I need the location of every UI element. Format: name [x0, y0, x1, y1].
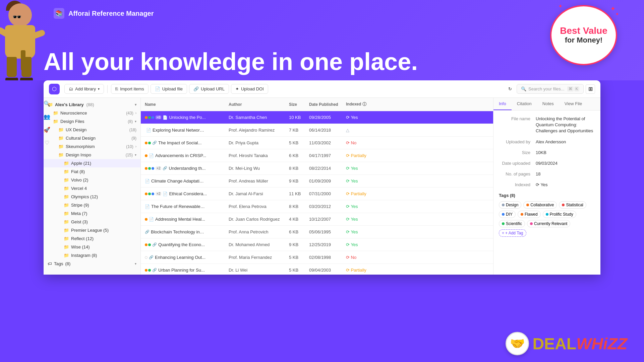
indexed-text: ⟳ Yes	[346, 242, 383, 247]
author-text: Prof. Alejandro Ramirez	[229, 128, 289, 133]
folder-icon: 📁	[64, 211, 69, 216]
sidebar-item-reflect[interactable]: 📁 Reflect (12)	[44, 234, 140, 243]
author-text: Dr. Juan Carlos Rodriguez	[229, 217, 289, 222]
keyboard-shortcut: ⌘ K	[567, 86, 579, 91]
layout-toggle-button[interactable]: ⊞	[586, 84, 595, 94]
tag-prolific-study[interactable]: Prolific Study	[543, 211, 576, 218]
upload-url-button[interactable]: 🔗 Upload URL	[189, 84, 229, 94]
sidebar-item-ux-design[interactable]: 📁 UX Design (18)	[44, 126, 140, 134]
right-panel-tabs: Info Citation Notes View File	[493, 98, 600, 111]
upload-file-button[interactable]: 📄 Upload file	[151, 84, 187, 94]
dot-green	[148, 269, 151, 272]
info-row-filename: File name Unlocking the Potential of Qua…	[499, 116, 595, 134]
file-list-header: Name Author Size Date Published Indexed …	[141, 98, 493, 111]
dot-orange	[145, 116, 148, 119]
sidebar-item-wise[interactable]: 📁 Wise (14)	[44, 243, 140, 251]
add-tag-button[interactable]: + + Add Tag	[499, 229, 526, 237]
folder-icon: 📁	[64, 228, 69, 233]
tag-currently-relevant[interactable]: Currently Relevant	[527, 220, 570, 227]
tag-color-dot	[521, 213, 523, 216]
sidebar-item-instagram[interactable]: 📁 Instagram (8)	[44, 251, 140, 260]
size-text: 7 KB	[289, 128, 309, 133]
table-row[interactable]: 🔗 Blockchain Technology in S... Prof. An…	[141, 226, 493, 238]
table-row[interactable]: 📄 Addressing Mental Heal... Dr. Juan Car…	[141, 213, 493, 226]
author-text: Dr. Mohamed Ahmed	[229, 242, 289, 247]
file-title: Exploring Neural Network A...	[153, 128, 206, 133]
sidebar-item-apple[interactable]: 📁 Apple (21)	[44, 159, 140, 167]
sidebar-item-olympics[interactable]: 📁 Olympics (12)	[44, 193, 140, 201]
sidebar-item-design-inspo[interactable]: 📁 Design Inspo (15) ▾	[44, 151, 140, 159]
tag-scientific[interactable]: Scientific	[499, 220, 525, 227]
sidebar-item-meta[interactable]: 📁 Meta (7)	[44, 209, 140, 218]
table-row[interactable]: 📄 Advancements in CRISP... Prof. Hiroshi…	[141, 149, 493, 162]
tag-design[interactable]: Design	[499, 201, 521, 209]
sidebar-item-geist[interactable]: 📁 Geist (3)	[44, 218, 140, 226]
table-row[interactable]: 🔗 Enhancing Learning Out... Prof. Maria …	[141, 251, 493, 264]
sidebar-icon-search[interactable]: 🔍	[44, 100, 50, 107]
dot-orange	[145, 193, 148, 195]
item-label: Instagram (8)	[71, 253, 97, 258]
tab-info[interactable]: Info	[493, 98, 512, 110]
sidebar-item-premier-league[interactable]: 📁 Premier League (5)	[44, 226, 140, 234]
layout-icon: ⊞	[588, 86, 593, 92]
upload-doi-button[interactable]: ✦ Upload DOI	[231, 84, 268, 94]
table-row[interactable]: 📄 Climate Change Adaptation... Prof. And…	[141, 175, 493, 188]
size-text: 11 KB	[289, 191, 309, 196]
table-row[interactable]: 📄 The Future of Renewable E... Prof. Ele…	[141, 200, 493, 213]
sidebar-item-design-files[interactable]: 📁 Design Files (8) ▾	[44, 117, 140, 126]
sidebar-item-neuroscience[interactable]: 📁 Neuroscience (43) ›	[44, 109, 140, 117]
library-header[interactable]: 📁 Alex's Library (88) ▾	[44, 100, 140, 109]
file-title: Climate Change Adaptation...	[151, 178, 205, 184]
add-library-label: Add library	[75, 86, 96, 91]
link-icon: 🔗	[152, 141, 157, 145]
sidebar-tags[interactable]: 🏷 Tags (8) ▾	[44, 260, 140, 268]
tag-statistical[interactable]: Statistical	[559, 201, 586, 209]
sidebar-item-vercel[interactable]: 📁 Vercel 4	[44, 184, 140, 193]
app-name: Afforai Reference Manager	[68, 10, 154, 17]
handshake-icon: 🤝	[506, 332, 529, 355]
table-row[interactable]: +2 📄 Ethical Considera... Dr. Jamal Al-F…	[141, 188, 493, 200]
size-label: Size	[499, 150, 536, 156]
item-label: Fiat (8)	[71, 169, 85, 174]
tag-flawed[interactable]: Flawed	[518, 211, 541, 218]
library-name: Alex's Library	[55, 102, 83, 107]
sidebar-item-skeumorphism[interactable]: 📁 Skeumorphism (10) ›	[44, 142, 140, 151]
search-box[interactable]: 🔍 Search your files... ⌘ K	[517, 84, 584, 94]
tab-notes[interactable]: Notes	[537, 98, 559, 110]
tag-color-dot	[502, 222, 505, 225]
cmd-key: ⌘	[567, 86, 574, 91]
table-row[interactable]: 🔗 Urban Planning for Su... Dr. Li Wei 5 …	[141, 264, 493, 275]
size-text: 5 KB	[289, 140, 309, 145]
tab-view-file[interactable]: View File	[559, 98, 588, 110]
sidebar-item-stripe[interactable]: 📁 Stripe (9)	[44, 201, 140, 209]
table-row[interactable]: +8 📄 Unlocking the Po... Dr. Samantha Ch…	[141, 111, 493, 124]
deal-word: DEAL	[532, 335, 576, 353]
tab-citation[interactable]: Citation	[512, 98, 537, 110]
tag-diy[interactable]: DIY	[499, 211, 516, 218]
tag-label: Statistical	[566, 203, 583, 207]
table-row[interactable]: 📄 Exploring Neural Network A... Prof. Al…	[141, 124, 493, 137]
add-tag-label: + Add Tag	[505, 231, 523, 235]
upload-doi-label: Upload DOI	[241, 86, 264, 91]
file-title: Understanding th...	[169, 166, 206, 171]
folder-icon: 📁	[58, 144, 64, 149]
import-items-button[interactable]: ⎘ Import items	[111, 84, 149, 94]
item-count: (10)	[126, 144, 133, 149]
chevron-down-icon: ▾	[135, 262, 136, 266]
sidebar-item-volvo[interactable]: 📁 Volvo (2)	[44, 176, 140, 184]
table-row[interactable]: 🔗 Quantifying the Econo... Dr. Mohamed A…	[141, 238, 493, 251]
size-text: 8 KB	[289, 166, 309, 171]
table-row[interactable]: +2 🔗 Understanding th... Dr. Mei-Ling Wu…	[141, 162, 493, 175]
date-text: 11/03/2002	[309, 140, 346, 145]
item-label: Apple (21)	[71, 161, 91, 166]
item-count: (15)	[126, 153, 133, 157]
refresh-button[interactable]: ↻	[506, 84, 515, 93]
tag-collaborative[interactable]: Collaborative	[523, 201, 557, 209]
sidebar-item-fiat[interactable]: 📁 Fiat (8)	[44, 167, 140, 176]
table-row[interactable]: 🔗 The Impact of Social... Dr. Priya Gupt…	[141, 137, 493, 149]
tags-count: (8)	[65, 261, 70, 266]
sidebar-item-cultural-design[interactable]: 📁 Cultural Design (9)	[44, 134, 140, 142]
indexed-text: ⟳ Yes	[346, 178, 383, 184]
item-label: Premier League (5)	[71, 228, 109, 233]
add-library-button[interactable]: 🗂 Add library ▾	[64, 84, 104, 94]
